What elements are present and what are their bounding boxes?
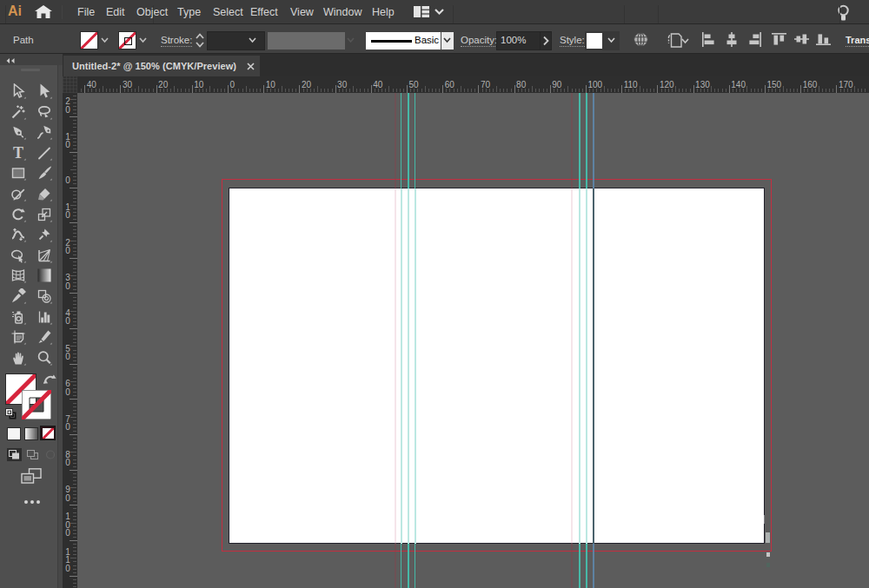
svg-text:T: T bbox=[13, 145, 23, 161]
